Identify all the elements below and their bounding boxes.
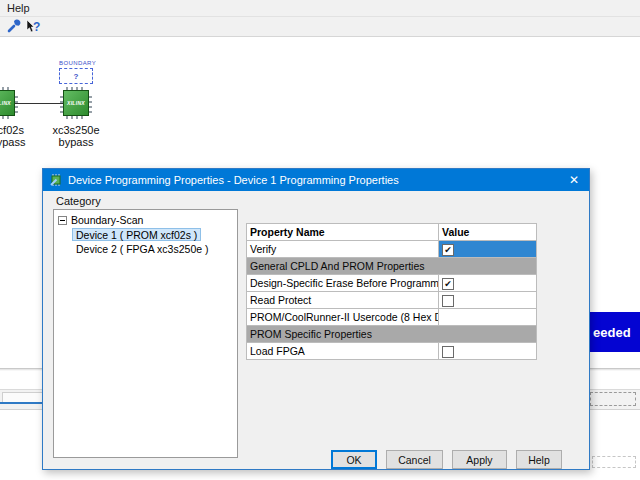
- tree-collapse-icon[interactable]: [58, 216, 67, 225]
- checkbox-checked-icon[interactable]: ✔: [442, 244, 454, 256]
- checkbox-unchecked-icon[interactable]: [442, 346, 454, 358]
- impact-window: Help ? XILINX xcf02s bypass BOUNDARY ?: [0, 0, 640, 480]
- section-header: PROM Specific Properties: [247, 326, 537, 343]
- section-header: General CPLD And PROM Properties: [247, 258, 537, 275]
- device2-chip-icon[interactable]: XILINX: [60, 87, 92, 119]
- dialog-icon: [48, 173, 63, 188]
- close-icon[interactable]: ✕: [559, 169, 589, 191]
- dialog-body: Category Boundary-Scan Device 1 ( PROM x…: [43, 191, 589, 471]
- dock-outline: [590, 392, 636, 406]
- table-header-row: Property Name Value: [247, 224, 537, 241]
- chip-pins: [15, 93, 18, 113]
- device2-mode-label: bypass: [50, 136, 102, 148]
- tree-root-label[interactable]: Boundary-Scan: [71, 214, 143, 226]
- checkbox-checked-icon[interactable]: ✔: [442, 278, 454, 290]
- menu-help[interactable]: Help: [0, 1, 37, 15]
- help-pointer-icon[interactable]: ?: [23, 18, 43, 35]
- tree-item[interactable]: Device 1 ( PROM xcf02s ): [72, 228, 201, 241]
- dialog-title: Device Programming Properties - Device 1…: [68, 174, 399, 186]
- property-row: PROM/CoolRunner-II Usercode (8 Hex Digit…: [247, 309, 537, 326]
- device1-chip-icon[interactable]: XILINX: [0, 87, 18, 119]
- apply-button[interactable]: Apply: [452, 450, 507, 469]
- xilinx-logo: XILINX: [67, 100, 85, 106]
- device-programming-dialog: Device Programming Properties - Device 1…: [42, 168, 590, 470]
- status-banner: eeded: [590, 312, 640, 352]
- tree-item[interactable]: Device 2 ( FPGA xc3s250e ): [72, 242, 212, 255]
- chip-pins: [89, 93, 92, 113]
- tree-root-row: Boundary-Scan: [56, 213, 235, 227]
- toolbar: ?: [0, 17, 640, 37]
- properties-table-body: Verify✔General CPLD And PROM PropertiesD…: [247, 241, 537, 360]
- chip-pins: [0, 116, 12, 119]
- dialog-titlebar[interactable]: Device Programming Properties - Device 1…: [43, 169, 589, 191]
- property-row: Load FPGA: [247, 343, 537, 360]
- dialog-button-row: OK Cancel Apply Help: [331, 450, 562, 469]
- property-value-cell[interactable]: ✔: [439, 275, 537, 292]
- chip-body: XILINX: [63, 90, 89, 116]
- help-button[interactable]: Help: [516, 450, 562, 469]
- selection-marker[interactable]: ?: [59, 68, 93, 84]
- category-tree-children: Device 1 ( PROM xcf02s )Device 2 ( FPGA …: [72, 228, 235, 255]
- unknown-file-icon: ?: [74, 72, 79, 81]
- dock-outline: [592, 456, 636, 468]
- property-name: Verify: [247, 241, 439, 258]
- property-row: Verify✔: [247, 241, 537, 258]
- property-row: Read Protect: [247, 292, 537, 309]
- property-value-cell[interactable]: [439, 343, 537, 360]
- column-header-value: Value: [439, 224, 537, 241]
- section-row: PROM Specific Properties: [247, 326, 537, 343]
- property-name: PROM/CoolRunner-II Usercode (8 Hex Digit…: [247, 309, 439, 326]
- menubar: Help: [0, 0, 640, 17]
- device1-mode-label: bypass: [0, 136, 32, 148]
- device1-part-label: xcf02s: [0, 124, 32, 136]
- category-tree[interactable]: Boundary-Scan Device 1 ( PROM xcf02s )De…: [53, 209, 238, 458]
- ok-button[interactable]: OK: [331, 450, 377, 469]
- property-name: Design-Specific Erase Before Programming: [247, 275, 439, 292]
- status-banner-text: eeded: [590, 325, 631, 340]
- property-name: Read Protect: [247, 292, 439, 309]
- property-value-text-cell[interactable]: [439, 309, 537, 326]
- properties-table: Property Name Value Verify✔General CPLD …: [246, 223, 537, 360]
- cancel-button[interactable]: Cancel: [386, 450, 443, 469]
- property-row: Design-Specific Erase Before Programming…: [247, 275, 537, 292]
- property-value-cell[interactable]: [439, 292, 537, 309]
- wrench-icon[interactable]: [3, 18, 23, 35]
- property-name: Load FPGA: [247, 343, 439, 360]
- device2-part-label: xc3s250e: [50, 124, 102, 136]
- category-label: Category: [56, 195, 101, 207]
- xilinx-logo: XILINX: [0, 100, 11, 106]
- column-header-property-name: Property Name: [247, 224, 439, 241]
- property-value-cell[interactable]: ✔: [439, 241, 537, 258]
- selection-marker-label: BOUNDARY: [59, 60, 96, 66]
- section-row: General CPLD And PROM Properties: [247, 258, 537, 275]
- chip-body: XILINX: [0, 90, 15, 116]
- chip-pins: [66, 116, 86, 119]
- checkbox-unchecked-icon[interactable]: [442, 295, 454, 307]
